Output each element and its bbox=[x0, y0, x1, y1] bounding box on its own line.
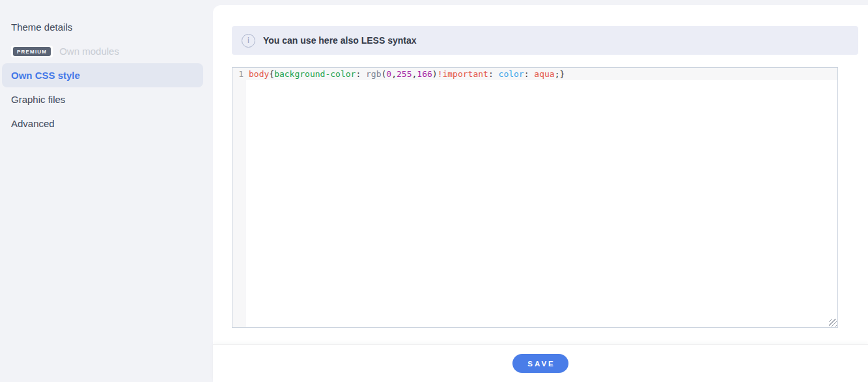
code-token: background-color bbox=[274, 69, 356, 79]
sidebar-item-label: Theme details bbox=[11, 22, 72, 33]
main-content-panel: i You can use here also LESS syntax 1 bo… bbox=[213, 5, 868, 382]
banner-text: You can use here also LESS syntax bbox=[263, 35, 417, 46]
code-token: aqua bbox=[534, 69, 554, 79]
code-token: 0 bbox=[386, 69, 391, 79]
code-token: color bbox=[499, 69, 524, 79]
code-token: : bbox=[524, 69, 535, 79]
code-token: 166 bbox=[417, 69, 432, 79]
code-token: : bbox=[488, 69, 499, 79]
settings-sidebar: Theme details PREMIUM Own modules Own CS… bbox=[0, 0, 213, 382]
code-token: { bbox=[269, 69, 274, 79]
code-token: 255 bbox=[397, 69, 412, 79]
less-syntax-info-banner: i You can use here also LESS syntax bbox=[232, 26, 858, 55]
sidebar-item-own-css-style[interactable]: Own CSS style bbox=[2, 63, 203, 87]
code-token: ;} bbox=[555, 69, 565, 79]
code-token: rgb bbox=[366, 69, 381, 79]
sidebar-item-advanced[interactable]: Advanced bbox=[0, 111, 213, 136]
premium-badge: PREMIUM bbox=[13, 47, 51, 56]
sidebar-item-theme-details[interactable]: Theme details bbox=[0, 15, 213, 39]
editor-resize-handle[interactable] bbox=[829, 319, 837, 327]
sidebar-item-own-modules[interactable]: PREMIUM Own modules bbox=[0, 39, 213, 63]
line-number: 1 bbox=[238, 69, 244, 79]
sidebar-item-graphic-files[interactable]: Graphic files bbox=[0, 87, 213, 111]
code-token: ) bbox=[432, 69, 438, 79]
code-line[interactable]: body{background-color: rgb(0,255,166)!im… bbox=[249, 69, 565, 80]
info-icon: i bbox=[242, 34, 255, 48]
code-token: body bbox=[249, 69, 269, 79]
footer-bar: SAVE bbox=[213, 344, 868, 382]
sidebar-item-label: Own CSS style bbox=[11, 70, 80, 81]
css-code-editor[interactable]: 1 body{background-color: rgb(0,255,166)!… bbox=[232, 67, 838, 328]
editor-gutter: 1 bbox=[232, 68, 246, 327]
sidebar-item-label: Advanced bbox=[11, 118, 55, 129]
code-token: : bbox=[356, 69, 366, 79]
save-button[interactable]: SAVE bbox=[512, 354, 568, 373]
sidebar-item-label: Graphic files bbox=[11, 94, 65, 105]
premium-badge-wrapper: PREMIUM bbox=[11, 46, 53, 57]
code-token: !important bbox=[438, 69, 488, 79]
sidebar-item-label: Own modules bbox=[59, 39, 119, 63]
code-token: , bbox=[391, 69, 397, 79]
